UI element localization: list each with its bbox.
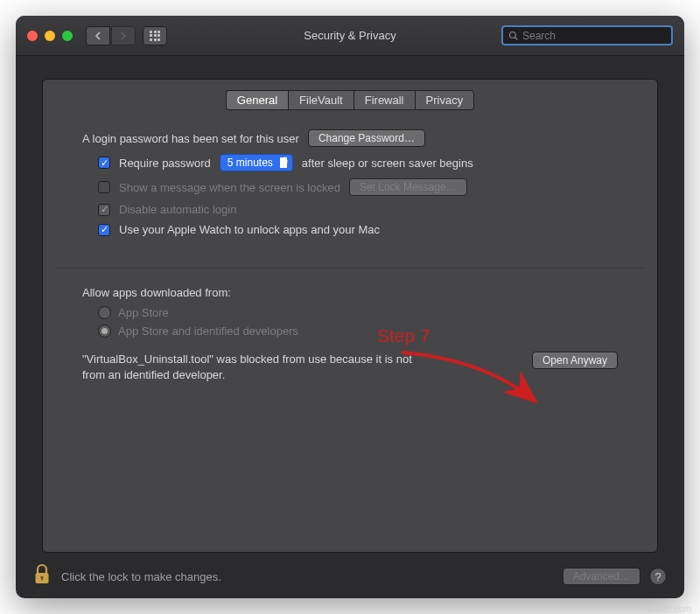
chevron-right-icon xyxy=(119,31,128,40)
allow-apps-heading: Allow apps downloaded from: xyxy=(82,286,231,299)
apple-watch-row: Use your Apple Watch to unlock apps and … xyxy=(82,223,618,236)
close-button[interactable] xyxy=(27,31,38,41)
radio-identified-label: App Store and identified developers xyxy=(118,324,298,338)
login-section: A login password has been set for this u… xyxy=(43,110,657,252)
chevron-left-icon xyxy=(94,31,102,40)
disable-auto-login-label: Disable automatic login xyxy=(119,203,236,216)
traffic-lights xyxy=(27,31,73,41)
search-icon xyxy=(508,31,519,41)
minimize-button[interactable] xyxy=(45,31,55,41)
allow-apps-section: Allow apps downloaded from: App Store Ap… xyxy=(43,283,657,392)
password-delay-select[interactable]: 5 minutes xyxy=(220,154,293,171)
preferences-window: Security & Privacy General FileVault Fir… xyxy=(16,16,684,598)
advanced-button: Advanced… xyxy=(563,568,640,585)
tab-general[interactable]: General xyxy=(226,90,288,110)
help-button[interactable]: ? xyxy=(649,568,667,585)
footer-right: Advanced… ? xyxy=(563,568,667,585)
show-message-checkbox xyxy=(98,181,110,193)
disable-auto-login-row: Disable automatic login xyxy=(82,203,618,216)
open-anyway-button[interactable]: Open Anyway xyxy=(532,352,618,369)
tabs: General FileVault Firewall Privacy xyxy=(43,90,657,110)
forward-button xyxy=(111,26,136,45)
window-title: Security & Privacy xyxy=(304,29,396,42)
footer: Click the lock to make changes. Advanced… xyxy=(16,555,684,598)
blocked-app-text: "VirtualBox_Uninstall.tool" was blocked … xyxy=(82,352,424,383)
tab-filevault[interactable]: FileVault xyxy=(288,90,354,110)
allow-apps-heading-row: Allow apps downloaded from: xyxy=(82,286,618,299)
svg-line-1 xyxy=(515,37,518,39)
search-input[interactable] xyxy=(522,30,666,42)
search-field[interactable] xyxy=(501,25,673,45)
watermark: wsxdn.com xyxy=(648,604,691,614)
require-password-checkbox[interactable] xyxy=(98,157,110,169)
require-password-label: Require password xyxy=(119,157,211,170)
divider xyxy=(56,268,644,269)
radio-identified-row: App Store and identified developers xyxy=(98,324,618,338)
lock-hint-text: Click the lock to make changes. xyxy=(61,570,221,583)
apple-watch-label: Use your Apple Watch to unlock apps and … xyxy=(119,223,380,236)
zoom-button[interactable] xyxy=(62,31,73,41)
show-message-label: Show a message when the screen is locked xyxy=(119,181,340,194)
radio-app-store xyxy=(98,306,111,319)
password-delay-value: 5 minutes xyxy=(228,157,273,169)
set-lock-message-button: Set Lock Message… xyxy=(349,178,467,196)
back-button[interactable] xyxy=(86,26,110,45)
svg-point-0 xyxy=(510,31,516,38)
blocked-app-row: "VirtualBox_Uninstall.tool" was blocked … xyxy=(82,352,618,383)
nav-buttons xyxy=(86,26,136,45)
lock-button[interactable] xyxy=(33,563,51,590)
show-all-button[interactable] xyxy=(143,26,167,45)
apple-watch-checkbox[interactable] xyxy=(98,224,110,236)
require-password-row: Require password 5 minutes after sleep o… xyxy=(82,154,618,171)
content-panel: General FileVault Firewall Privacy A log… xyxy=(42,79,658,553)
radio-identified-developers xyxy=(98,324,111,338)
titlebar: Security & Privacy xyxy=(16,16,684,56)
radio-app-store-row: App Store xyxy=(98,306,618,319)
allow-apps-radio-group: App Store App Store and identified devel… xyxy=(82,306,618,338)
radio-app-store-label: App Store xyxy=(118,306,169,319)
change-password-button[interactable]: Change Password… xyxy=(308,129,425,147)
lock-icon xyxy=(33,563,51,586)
updown-icon xyxy=(282,157,288,166)
show-message-row: Show a message when the screen is locked… xyxy=(82,178,618,196)
password-set-row: A login password has been set for this u… xyxy=(82,129,618,147)
password-set-text: A login password has been set for this u… xyxy=(82,132,299,145)
disable-auto-login-checkbox xyxy=(98,204,110,216)
svg-rect-4 xyxy=(41,577,43,581)
tab-firewall[interactable]: Firewall xyxy=(354,90,415,110)
tab-privacy[interactable]: Privacy xyxy=(415,90,475,110)
after-sleep-text: after sleep or screen saver begins xyxy=(302,157,473,170)
